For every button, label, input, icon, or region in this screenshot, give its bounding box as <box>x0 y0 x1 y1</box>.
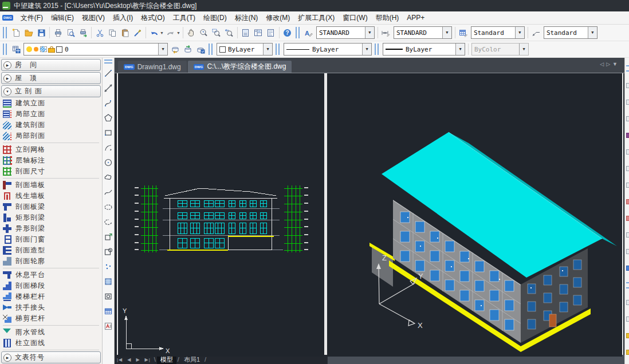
match-properties-button[interactable] <box>131 26 144 39</box>
zoom-realtime-button[interactable] <box>198 26 210 39</box>
revcloud-button[interactable] <box>103 170 113 185</box>
open-button[interactable] <box>22 26 35 39</box>
dropdown-arrow-icon[interactable]: ▼ <box>515 27 524 38</box>
menu-edit[interactable]: 编辑(E) <box>47 12 78 24</box>
layer-color-swatch[interactable] <box>56 46 62 53</box>
region-button[interactable] <box>103 289 113 304</box>
palette-item-section-dimension[interactable]: 剖面尺寸 <box>0 166 102 177</box>
palette-header-section[interactable]: ▼立 剖 面 <box>1 85 101 97</box>
palette-item-section-outline[interactable]: 剖面轮廓 <box>0 256 102 267</box>
toolbar-grip[interactable] <box>626 282 629 288</box>
palette-item-section-stair-flight[interactable]: 剖面梯段 <box>0 280 102 291</box>
toolbar-icon-partial[interactable] <box>626 350 629 355</box>
dropdown-arrow-icon[interactable]: ▼ <box>362 43 371 55</box>
menu-dimension[interactable]: 标注(N) <box>231 12 262 24</box>
dropdown-arrow-icon[interactable]: ▼ <box>263 43 272 55</box>
color-select[interactable]: ByLayer ▼ <box>217 43 273 56</box>
redo-dropdown-icon[interactable]: ▼ <box>176 31 180 35</box>
polyline-button[interactable] <box>103 96 113 110</box>
plot-button[interactable] <box>77 26 89 39</box>
toolbar-grip[interactable] <box>209 43 213 55</box>
linetype-select[interactable]: ByLayer ▼ <box>284 43 372 56</box>
properties-palette-button[interactable] <box>265 26 277 39</box>
toolbar-icon-partial[interactable] <box>626 100 629 105</box>
make-block-button[interactable] <box>103 244 113 259</box>
undo-dropdown-icon[interactable]: ▼ <box>160 31 164 35</box>
layer-thaw-icon[interactable] <box>33 46 39 52</box>
palette-item-section-shape[interactable]: 剖面造型 <box>0 245 102 256</box>
first-tab-icon[interactable]: |◀ <box>115 357 125 362</box>
layer-freeze-viewport-icon[interactable] <box>40 46 47 52</box>
quickcalc-button[interactable] <box>239 26 252 39</box>
tab-scroll-left-icon[interactable]: ◁ <box>600 61 606 67</box>
mtext-button[interactable] <box>103 319 113 334</box>
menu-tools[interactable]: 工具(T) <box>169 12 199 24</box>
toolbar-grip[interactable] <box>104 60 112 64</box>
redo-button[interactable] <box>164 26 177 39</box>
dwg-document-icon[interactable]: DWG <box>2 15 13 21</box>
line-button[interactable] <box>103 66 113 81</box>
layer-unlock-icon[interactable] <box>48 48 55 53</box>
palette-header-roof[interactable]: ▶屋 顶 <box>1 72 101 84</box>
hatch-button[interactable] <box>103 274 113 289</box>
dim-style-select[interactable]: STANDARD ▼ <box>394 26 452 39</box>
dropdown-arrow-icon[interactable]: ▼ <box>442 27 451 38</box>
zoom-previous-button[interactable] <box>223 26 235 39</box>
toolbar-icon-partial[interactable] <box>626 149 629 155</box>
rectangle-button[interactable] <box>103 125 113 140</box>
print-preview-button[interactable] <box>64 26 77 39</box>
menu-format[interactable]: 格式(O) <box>137 12 168 24</box>
arc-button[interactable] <box>103 140 113 155</box>
palette-header-symbols[interactable]: ▶文表符号 <box>1 351 101 363</box>
zoom-window-button[interactable] <box>210 26 223 39</box>
ellipse-arc-button[interactable] <box>103 215 113 230</box>
menu-window[interactable]: 窗口(W) <box>339 12 371 24</box>
print-button[interactable] <box>52 26 64 39</box>
new-button[interactable] <box>10 26 22 39</box>
prev-tab-icon[interactable]: ◀ <box>125 357 133 362</box>
text-style-select[interactable]: STANDARD ▼ <box>316 26 375 39</box>
save-button[interactable] <box>35 26 48 39</box>
menu-view[interactable]: 视图(V) <box>78 12 109 24</box>
layer-manager-button[interactable] <box>10 43 22 56</box>
palette-item-partial-elevation[interactable]: 局部立面 <box>0 109 102 120</box>
toolbar-icon-partial[interactable] <box>626 266 629 271</box>
palette-header-room[interactable]: ▶房 间 <box>1 59 101 71</box>
toolbar-icon-partial[interactable] <box>626 300 629 305</box>
menu-express-tools[interactable]: 扩展工具(X) <box>294 12 339 24</box>
toolbar-grip[interactable] <box>626 65 629 72</box>
last-tab-icon[interactable]: ▶| <box>143 357 153 362</box>
palette-item-section-grid[interactable]: 立剖网格 <box>0 144 102 155</box>
xline-button[interactable] <box>103 81 113 96</box>
toolbar-icon-partial[interactable] <box>626 232 629 238</box>
layer-on-icon[interactable] <box>26 46 32 52</box>
doc-tab-teaching-building[interactable]: DWG C:\...\教学综合楼全图.dwg <box>188 61 292 73</box>
toolbar-grip[interactable] <box>296 27 300 38</box>
undo-button[interactable] <box>148 26 160 39</box>
toolbar-icon-partial[interactable] <box>626 83 629 88</box>
palette-item-building-section[interactable]: 建筑剖面 <box>0 120 102 130</box>
ellipse-button[interactable] <box>103 200 113 215</box>
dropdown-arrow-icon[interactable]: ▼ <box>158 43 167 55</box>
dropdown-arrow-icon[interactable]: ▼ <box>365 27 374 38</box>
tab-scroll-right-icon[interactable]: ▷ <box>606 61 612 67</box>
layer-translate-button[interactable] <box>182 43 194 56</box>
spline-button[interactable] <box>103 185 113 200</box>
paste-button[interactable] <box>119 26 131 39</box>
palette-item-rect-section-beam[interactable]: 矩形剖梁 <box>0 212 102 223</box>
toolbar-grip[interactable] <box>276 43 280 55</box>
pan-button[interactable] <box>185 26 198 39</box>
circle-button[interactable] <box>103 155 113 170</box>
toolbar-grip[interactable] <box>3 43 7 55</box>
palette-item-building-elevation[interactable]: 建筑立面 <box>0 98 102 109</box>
designcenter-button[interactable] <box>252 26 265 39</box>
table-style-select[interactable]: Standard ▼ <box>471 26 525 39</box>
toolbar-icon-partial[interactable] <box>626 199 629 204</box>
palette-item-line-wall-board[interactable]: 线生墙板 <box>0 191 102 201</box>
copy-button[interactable] <box>106 26 119 39</box>
model-3d-viewport[interactable]: Z Y X <box>327 74 622 357</box>
toolbar-grip[interactable] <box>375 43 379 55</box>
toolbar-icon-partial[interactable] <box>626 316 629 322</box>
toolbar-grip[interactable] <box>3 27 7 38</box>
palette-item-section-wall-board[interactable]: 剖面墙板 <box>0 180 102 191</box>
